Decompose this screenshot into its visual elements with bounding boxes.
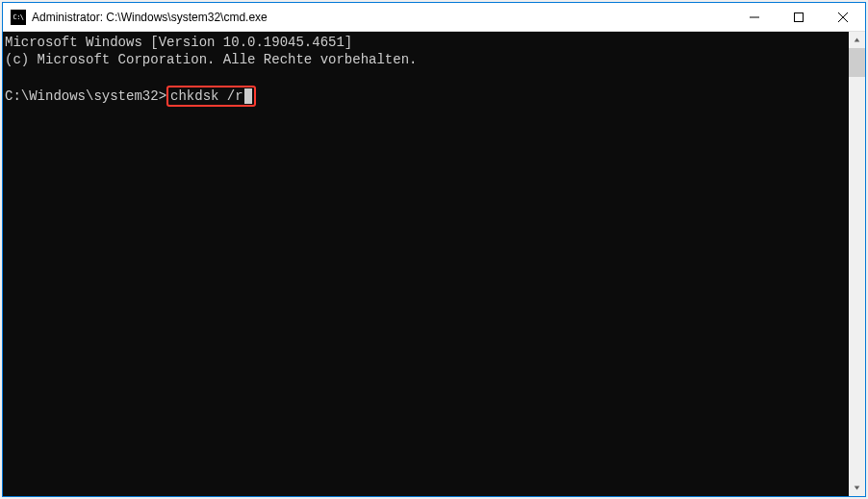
chevron-up-icon xyxy=(854,37,860,43)
vertical-scrollbar[interactable] xyxy=(849,32,865,496)
close-button[interactable] xyxy=(821,3,865,31)
svg-rect-1 xyxy=(795,12,804,21)
titlebar[interactable]: C:\ Administrator: C:\Windows\system32\c… xyxy=(3,3,865,32)
command-text: chkdsk /r xyxy=(170,88,243,104)
window-title: Administrator: C:\Windows\system32\cmd.e… xyxy=(32,11,732,24)
terminal-area: Microsoft Windows [Version 10.0.19045.46… xyxy=(3,32,865,496)
scroll-down-button[interactable] xyxy=(849,480,865,496)
scroll-track[interactable] xyxy=(849,48,865,480)
blank-line xyxy=(5,68,849,86)
prompt-text: C:\Windows\system32> xyxy=(5,88,166,104)
chevron-down-icon xyxy=(854,485,860,491)
scroll-thumb[interactable] xyxy=(849,48,865,77)
command-highlight: chkdsk /r xyxy=(166,86,256,107)
maximize-button[interactable] xyxy=(777,3,821,31)
svg-marker-5 xyxy=(855,486,860,489)
minimize-button[interactable] xyxy=(732,3,777,31)
svg-marker-4 xyxy=(855,37,860,41)
version-line: Microsoft Windows [Version 10.0.19045.46… xyxy=(5,34,849,51)
scroll-up-button[interactable] xyxy=(849,32,865,48)
cmd-window: C:\ Administrator: C:\Windows\system32\c… xyxy=(2,2,866,497)
maximize-icon xyxy=(794,12,804,22)
prompt-line: C:\Windows\system32>chkdsk /r xyxy=(5,86,849,107)
minimize-icon xyxy=(750,12,759,22)
terminal-output[interactable]: Microsoft Windows [Version 10.0.19045.46… xyxy=(3,32,849,496)
window-controls xyxy=(732,3,865,31)
cmd-icon: C:\ xyxy=(11,10,26,25)
close-icon xyxy=(838,12,848,22)
copyright-line: (c) Microsoft Corporation. Alle Rechte v… xyxy=(5,51,849,68)
cursor xyxy=(244,88,252,104)
